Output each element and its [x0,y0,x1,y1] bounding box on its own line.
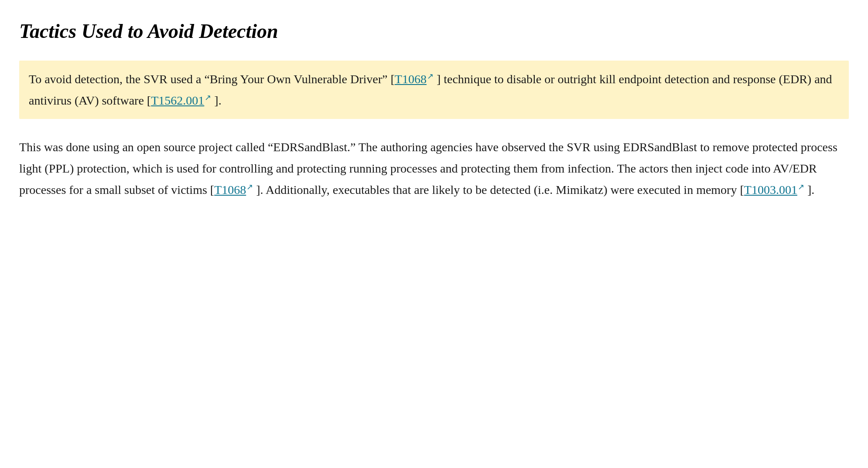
paragraph-1-text-after-link2: ]. [211,94,221,107]
external-link-icon-4: ↗ [798,183,804,191]
paragraph-2: This was done using an open source proje… [19,136,849,200]
link-t1003-paragraph2[interactable]: T1003.001 [744,183,797,197]
paragraph-1-text: To avoid detection, the SVR used a “Brin… [29,68,839,111]
external-link-icon-2: ↗ [205,93,211,102]
external-link-icon-3: ↗ [246,183,253,191]
paragraph-1-highlighted: To avoid detection, the SVR used a “Brin… [19,61,849,119]
link-t1068-paragraph1[interactable]: T1068 [395,72,427,86]
paragraph-2-text: This was done using an open source proje… [19,136,849,200]
page-title: Tactics Used to Avoid Detection [19,19,849,43]
link-t1068-paragraph2[interactable]: T1068 [214,183,246,197]
paragraph-2-text-middle: ]. Additionally, executables that are li… [253,183,744,197]
external-link-icon-1: ↗ [427,72,434,81]
paragraph-1-text-before-link1: To avoid detection, the SVR used a “Brin… [29,72,395,86]
paragraph-2-text-after: ]. [804,183,814,197]
link-t1562-paragraph1[interactable]: T1562.001 [151,94,204,107]
